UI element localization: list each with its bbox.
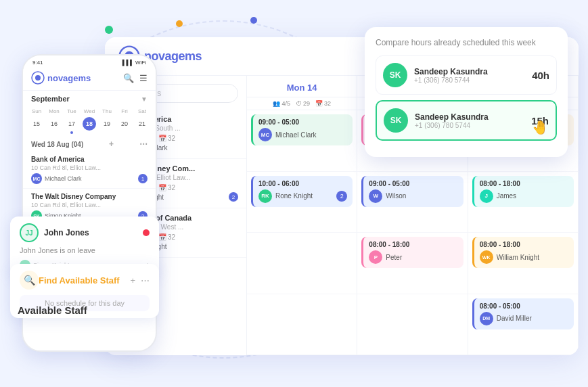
person-peter: Peter <box>386 254 402 261</box>
shift-time-peter: 08:00 - 18:00 <box>369 241 457 248</box>
cell-mon-1: 09:00 - 05:00 MC Michael Clark <box>247 110 357 172</box>
decorative-dot-blue <box>250 17 257 24</box>
available-staff-section: Available Staff <box>18 304 87 317</box>
weekday-sun: Sun <box>28 108 45 114</box>
shift-card-peter[interactable]: 08:00 - 18:00 P Peter <box>361 237 463 268</box>
phone-header: novagems 🔍 ☰ <box>23 68 156 91</box>
cell-tue-2: 09:00 - 05:00 W Wilson <box>357 172 468 233</box>
weekday-mon: Mon <box>46 108 62 114</box>
shift-card-david[interactable]: 08:00 - 05:00 DM David Miller <box>472 298 574 329</box>
shift-time-wilson: 09:00 - 05:00 <box>369 180 457 187</box>
shift-person-wilson: W Wilson <box>369 189 457 203</box>
compare-avatar-2: SK <box>384 108 408 133</box>
list-item-1-staff: MC Michael Clark 1 <box>31 173 148 184</box>
find-more-icon[interactable]: ⋯ <box>141 275 150 286</box>
phone-weekdays: Sun Mon Tue Wed Thu Fri Sat <box>23 107 156 116</box>
cell-wed-3: 08:00 - 18:00 WK William Knight <box>468 233 579 294</box>
compare-info-2: Sandeep Kasundra +1 (306) 780 5744 <box>415 112 524 129</box>
date-16[interactable]: 16 <box>46 117 62 134</box>
compare-name-1: Sandeep Kasundra <box>414 67 525 76</box>
phone-dates: 15 16 17 18 19 20 21 <box>23 116 156 135</box>
shift-person-rone: RK Rone Knight 2 <box>258 189 347 203</box>
calendar-month: September <box>31 95 70 103</box>
decorative-dot-orange <box>176 20 183 27</box>
date-17[interactable]: 17 <box>64 117 80 134</box>
badge-time-mon: ⏱ 29 <box>296 100 310 107</box>
cursor-hand-icon: 🤚 <box>532 119 549 135</box>
find-staff-text: Find Available Staff <box>39 275 120 286</box>
compare-info-1: Sandeep Kasundra +1 (306) 780 5744 <box>414 67 525 84</box>
list-item-2-address: 10 Can Rd 8l, Elliot Law... <box>31 202 148 208</box>
date-19[interactable]: 19 <box>99 117 115 134</box>
phone-section-header: Wed 18 Aug (04) + ⋯ <box>23 135 156 152</box>
compare-avatar-1: SK <box>383 63 407 87</box>
section-add-icon[interactable]: + <box>109 139 114 149</box>
section-more-icon[interactable]: ⋯ <box>139 139 148 149</box>
find-add-icon[interactable]: + <box>130 275 135 286</box>
person-william: William Knight <box>497 254 539 261</box>
badge-cal-mon: 📅 32 <box>315 100 331 107</box>
shift-person-james: J James <box>480 189 568 203</box>
compare-item-1[interactable]: SK Sandeep Kasundra +1 (306) 780 5744 40… <box>376 55 557 95</box>
stat-cal-2: 📅 32 <box>158 184 175 191</box>
leave-status-dot <box>143 229 150 236</box>
avatar-michael: MC <box>258 128 272 141</box>
shift-person-michael: MC Michael Clark <box>258 128 347 141</box>
cell-wed-2: 08:00 - 18:00 J James <box>468 172 579 233</box>
compare-popup-title: Compare hours already scheduled this wee… <box>376 38 557 47</box>
avatar-william: WK <box>480 250 493 264</box>
leave-message: John Jones is on leave <box>20 246 150 254</box>
compare-phone-1: +1 (306) 780 5744 <box>414 76 525 84</box>
available-staff-label: Available Staff <box>18 304 87 316</box>
day-header-mon: Mon 14 <box>247 76 357 97</box>
avatar-peter: P <box>369 250 382 264</box>
avatar-david: DM <box>480 312 493 325</box>
cell-tue-4 <box>357 294 468 356</box>
cell-wed-4: 08:00 - 05:00 DM David Miller <box>468 294 579 356</box>
shift-time-michael: 09:00 - 05:00 <box>258 118 347 126</box>
compare-name-2: Sandeep Kasundra <box>415 112 524 122</box>
date-18-today[interactable]: 18 <box>81 117 97 134</box>
person-wilson: Wilson <box>386 192 406 200</box>
stat-cal-1: 📅 32 <box>158 135 175 142</box>
weekday-tue: Tue <box>64 108 80 114</box>
staff-name-1: Michael Clark <box>45 175 82 182</box>
date-15[interactable]: 15 <box>28 117 45 134</box>
date-20[interactable]: 20 <box>116 117 133 134</box>
decorative-dot-green <box>105 26 113 34</box>
phone-list-item-1[interactable]: Bank of America 10 Can Rd 8l, Elliot Law… <box>23 152 156 189</box>
avatar-rone: RK <box>258 189 272 203</box>
svg-point-1 <box>35 75 41 81</box>
shift-card-rone[interactable]: 10:00 - 06:00 RK Rone Knight 2 <box>251 176 353 207</box>
cell-tue-3: 08:00 - 18:00 P Peter <box>357 233 468 294</box>
avatar-mc: MC <box>31 173 42 184</box>
search-icon[interactable]: 🔍 <box>123 73 134 83</box>
shift-person-david: DM David Miller <box>480 312 568 325</box>
date-21[interactable]: 21 <box>134 117 150 134</box>
shift-person-peter: P Peter <box>369 250 457 264</box>
phone-logo-icon <box>31 71 45 85</box>
person-james: James <box>497 192 516 200</box>
calendar-expand-icon[interactable]: ▼ <box>141 95 148 103</box>
cell-mon-4 <box>247 294 357 356</box>
shift-card-michael[interactable]: 09:00 - 05:00 MC Michael Clark <box>251 114 353 145</box>
avatar-wilson: W <box>369 189 382 203</box>
weekday-sat: Sat <box>134 108 150 114</box>
menu-icon[interactable]: ☰ <box>139 73 148 83</box>
phone-time: 9:41 <box>32 60 43 66</box>
cell-mon-3 <box>247 233 357 294</box>
phone-calendar-header: September ▼ <box>23 91 156 107</box>
stat-cal-3: 📅 32 <box>158 233 175 241</box>
list-item-1-title: Bank of America <box>31 156 148 163</box>
shift-time-david: 08:00 - 05:00 <box>480 302 568 310</box>
shift-card-wilson[interactable]: 09:00 - 05:00 W Wilson <box>361 176 463 207</box>
shift-card-james[interactable]: 08:00 - 18:00 J James <box>472 176 574 207</box>
phone-logo: novagems <box>31 71 91 85</box>
find-staff-row: 🔍 Find Available Staff + ⋯ <box>20 271 150 290</box>
shift-time-james: 08:00 - 18:00 <box>480 180 568 187</box>
phone-signal: ▌▌▌ WiFi <box>122 60 146 66</box>
badge-disney: 2 <box>229 192 238 202</box>
phone-status-bar: 9:41 ▌▌▌ WiFi <box>23 55 156 68</box>
compare-item-2[interactable]: SK Sandeep Kasundra +1 (306) 780 5744 15… <box>376 100 557 141</box>
shift-card-william[interactable]: 08:00 - 18:00 WK William Knight <box>472 237 574 268</box>
